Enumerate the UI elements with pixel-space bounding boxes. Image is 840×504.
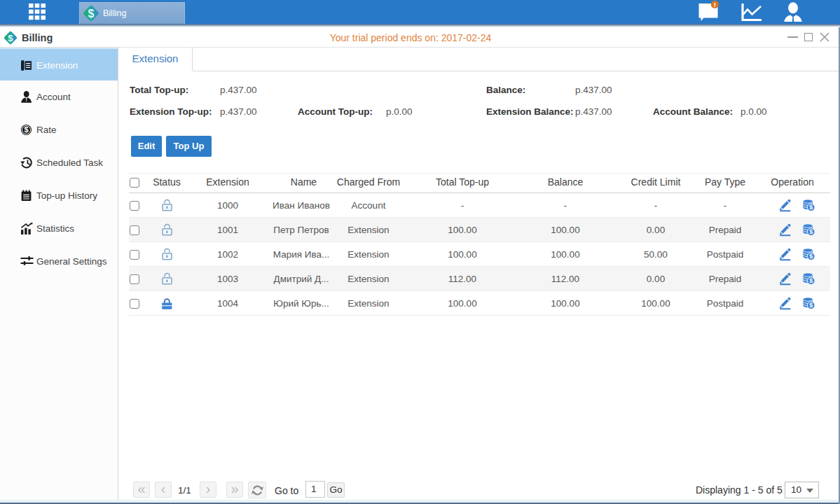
svg-text:$: $ [24, 125, 28, 134]
svg-text:$: $ [88, 8, 95, 20]
svg-text:$: $ [8, 33, 13, 43]
svg-text:!: ! [714, 1, 716, 8]
